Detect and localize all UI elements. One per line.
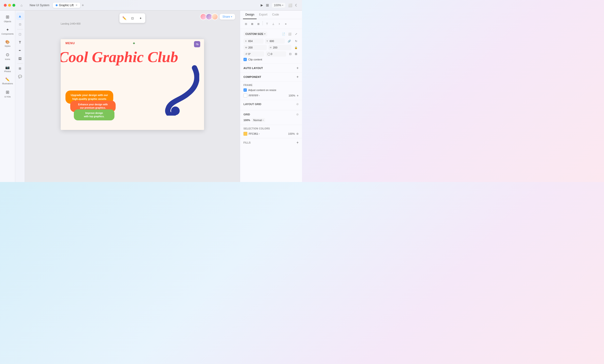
home-button[interactable]: ⌂ <box>19 3 24 8</box>
align-right-btn[interactable]: ⊞ <box>255 21 261 27</box>
align-center-h-btn[interactable]: ⊠ <box>249 21 255 27</box>
frame-tool[interactable]: ⊡ <box>128 14 136 22</box>
adjust-content-checkbox[interactable]: ✓ <box>243 88 247 92</box>
comment-tool[interactable]: 💬 <box>16 73 24 80</box>
layout-grid-hide-icon[interactable]: ⊘ <box>296 102 299 106</box>
text-tool[interactable]: T <box>16 38 24 46</box>
canvas-right-tools: Share ▾ <box>201 13 235 20</box>
sidebar-item-uikits[interactable]: ⊞ UI Kits <box>1 88 14 100</box>
tab-new-ui-system[interactable]: New UI System <box>27 3 52 8</box>
frame-fill-hex[interactable]: FFFFFF ▾ <box>249 94 287 97</box>
frame-fill-swatch[interactable] <box>243 94 247 98</box>
custom-size-chevron-icon: ▾ <box>264 33 265 35</box>
zoom-control[interactable]: 100% ▾ <box>272 3 285 8</box>
distribute-btn[interactable]: ≡ <box>283 21 289 27</box>
photos-icon: 📷 <box>5 65 10 70</box>
grid-mode-value: Normal <box>253 119 262 122</box>
component-add-icon[interactable]: + <box>297 75 299 79</box>
align-left-btn[interactable]: ⊟ <box>243 21 249 27</box>
illustrations-icon: ✏️ <box>5 77 10 82</box>
y-value: 600 <box>270 40 274 42</box>
transform-tool[interactable]: ⊡ <box>16 21 24 28</box>
select-tool[interactable]: ▲ <box>16 13 24 20</box>
selection-color-target-icon[interactable]: ⊕ <box>296 132 299 135</box>
tab-active-label: Graphic Lift <box>59 4 74 7</box>
grid-icon[interactable]: ⊞ <box>266 3 269 7</box>
fills-add-icon[interactable]: + <box>297 141 299 145</box>
theme-icon[interactable]: ☾ <box>295 3 298 7</box>
sidebar-item-styles[interactable]: 🎨 Styles <box>1 38 14 49</box>
w-field[interactable]: W 200 <box>243 45 267 50</box>
fills-section: FILLS + <box>240 138 302 147</box>
tab-design[interactable]: Design <box>243 11 257 19</box>
radius-field[interactable]: ◯ 0 <box>266 51 287 57</box>
custom-size-dropdown[interactable]: CUSTOM SIZE ▾ <box>243 32 267 36</box>
page-icon[interactable]: 📄 <box>281 31 286 37</box>
clip-content-checkbox[interactable]: ✓ <box>243 58 247 61</box>
flip-icon[interactable]: ↻ <box>293 38 299 44</box>
image-tool[interactable]: 🖼 <box>16 55 24 62</box>
sidebar-item-photos[interactable]: 📷 Photos <box>1 63 14 75</box>
fills-label: FILLS <box>243 141 251 144</box>
minimize-button[interactable] <box>8 4 11 7</box>
sidebar-photos-label: Photos <box>4 70 11 73</box>
play-icon[interactable]: ▶ <box>261 3 263 7</box>
sidebar-item-illustrations[interactable]: ✏️ Illustrations <box>1 75 14 87</box>
align-center-v-btn[interactable]: ⊥ <box>270 21 276 27</box>
selection-hex-chevron-icon: ▾ <box>259 133 260 135</box>
rotation-row: ↺ 0° ◯ 0 ⊡ ⊞ <box>243 51 299 57</box>
tab-code[interactable]: Code <box>270 11 281 19</box>
share-button[interactable]: Share ▾ <box>220 14 235 20</box>
radius-value: 0 <box>271 52 272 55</box>
lock-ratio-icon[interactable]: 🔒 <box>293 45 299 50</box>
star-icon: ✦ <box>132 41 136 46</box>
fullscreen-icon[interactable]: ⤢ <box>293 31 299 37</box>
sidebar-item-components[interactable]: ✦ Components <box>1 25 14 37</box>
selection-color-swatch[interactable] <box>243 132 247 136</box>
maximize-button[interactable] <box>13 4 15 7</box>
xy-row: X 654 Y 600 🔗 ↻ <box>243 38 299 44</box>
grid-hide-icon[interactable]: ⊘ <box>296 113 299 116</box>
edit-pen-tool[interactable]: ✏️ <box>120 14 128 22</box>
tab-graphic-lift[interactable]: Graphic Lift ✕ <box>53 3 80 8</box>
rotation-value: 0° <box>248 52 251 55</box>
grid-pct-value: 100% <box>243 119 250 122</box>
device-icon[interactable]: ⬜ <box>287 31 292 37</box>
frame-label: Landing 1440×900 <box>61 23 80 25</box>
align-bottom-btn[interactable]: ⊦ <box>277 21 282 27</box>
fills-header: FILLS + <box>243 141 299 145</box>
link-constraints-icon[interactable]: 🔗 <box>287 38 292 44</box>
canvas-frame[interactable]: MENU ✦ 🛍 Cool Graphic Club Upgrade your … <box>61 39 204 130</box>
y-field[interactable]: Y 600 <box>265 38 285 44</box>
selection-color-hex[interactable]: FFC951 ▾ <box>249 132 287 135</box>
grid-label: GRID <box>243 113 250 116</box>
clip-content-label: Clip content <box>248 58 262 61</box>
component-tool[interactable]: ⊞ <box>16 64 24 72</box>
sidebar-item-icons[interactable]: ⊙ Icons <box>1 50 14 62</box>
tab-close-icon[interactable]: ✕ <box>76 4 77 6</box>
h-field[interactable]: H 200 <box>268 45 292 50</box>
tab-export[interactable]: Export <box>257 11 270 19</box>
align-top-btn[interactable]: ⊤ <box>264 21 270 27</box>
grid-mode-dropdown[interactable]: Normal ▾ <box>252 118 265 122</box>
pen-tool[interactable]: ✒ <box>16 47 24 54</box>
auto-layout-label: AUTO LAYOUT <box>243 67 263 70</box>
sidebar-item-objects[interactable]: ⊞ Objects <box>1 13 14 25</box>
add-tab-button[interactable]: + <box>82 3 84 7</box>
canvas-area[interactable]: ✏️ ⊡ ✦ Share ▾ Landing 1440×900 <box>25 11 240 182</box>
close-button[interactable] <box>4 4 7 7</box>
selection-color-row: FFC951 ▾ 100% ⊕ <box>243 132 299 136</box>
selection-color-hex-value: FFC951 <box>249 132 258 135</box>
grid-section: GRID ⊘ 100% Normal ▾ <box>240 110 302 125</box>
rotation-field[interactable]: ↺ 0° <box>243 51 264 57</box>
auto-layout-add-icon[interactable]: + <box>297 66 299 70</box>
component-canvas-tool[interactable]: ✦ <box>137 14 144 22</box>
custom-size-header: CUSTOM SIZE ▾ 📄 ⬜ ⤢ <box>243 31 299 37</box>
frame-fill-add-icon[interactable]: + <box>297 94 299 98</box>
cast-icon[interactable]: ⬜ <box>288 3 292 7</box>
corner-individual-icon[interactable]: ⊡ <box>288 51 293 57</box>
rectangle-tool[interactable]: □ <box>16 30 24 38</box>
badge-lime: Improve designwith top graphics. <box>74 109 114 120</box>
x-field[interactable]: X 654 <box>243 38 264 44</box>
corner-smooth-icon[interactable]: ⊞ <box>293 51 299 57</box>
